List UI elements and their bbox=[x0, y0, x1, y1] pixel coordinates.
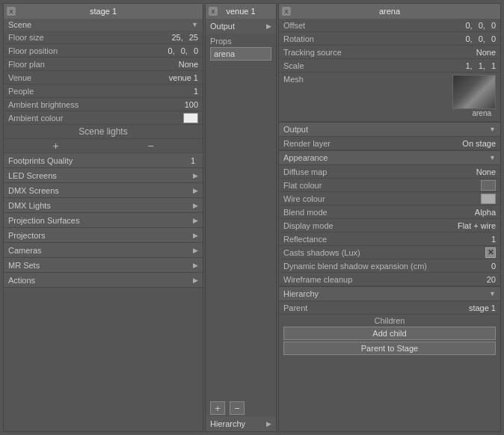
parent-label: Parent bbox=[283, 303, 469, 312]
offset-x: 0, bbox=[466, 21, 473, 30]
diffuse-map-value: None bbox=[476, 167, 496, 176]
mesh-thumbnail[interactable] bbox=[452, 75, 496, 109]
wireframe-cleanup-label: Wireframe cleanup bbox=[283, 275, 487, 284]
offset-values: 0, 0, 0 bbox=[466, 21, 497, 30]
left-panel-titlebar: x stage 1 bbox=[4, 4, 203, 19]
mid-hierarchy-row[interactable]: Hierarchy ▶ bbox=[206, 416, 276, 431]
mid-panel-titlebar: x venue 1 bbox=[206, 4, 276, 19]
scale-x: 1, bbox=[466, 61, 473, 70]
scale-label: Scale bbox=[283, 61, 466, 70]
scene-lights-plus[interactable]: + bbox=[52, 140, 58, 152]
mr-sets-arrow: ▶ bbox=[193, 262, 198, 269]
projectors-arrow: ▶ bbox=[193, 232, 198, 239]
parent-to-stage-button[interactable]: Parent to Stage bbox=[283, 342, 496, 355]
projection-surfaces-row[interactable]: Projection Surfaces ▶ bbox=[4, 213, 203, 228]
scene-lights-minus[interactable]: − bbox=[147, 140, 153, 152]
dmx-lights-row[interactable]: DMX Lights ▶ bbox=[4, 198, 203, 213]
left-panel-close[interactable]: x bbox=[7, 7, 16, 16]
dmx-lights-label: DMX Lights bbox=[8, 201, 193, 210]
rp-hierarchy-header[interactable]: Hierarchy ▼ bbox=[279, 286, 500, 301]
mid-panel-title: venue 1 bbox=[226, 7, 255, 16]
props-remove-button[interactable]: − bbox=[230, 401, 245, 415]
floor-plan-label: Floor plan bbox=[8, 60, 179, 69]
venue-row: Venue venue 1 bbox=[4, 71, 203, 84]
wire-colour-swatch[interactable] bbox=[481, 194, 496, 204]
wireframe-cleanup-value: 20 bbox=[487, 275, 496, 284]
display-mode-label: Display mode bbox=[283, 221, 458, 230]
left-panel: x stage 1 Scene ▼ Floor size 25, 25 Floo… bbox=[3, 3, 203, 432]
scene-lights-row: Scene lights bbox=[4, 125, 203, 139]
flat-colour-label: Flat colour bbox=[283, 181, 481, 190]
ambient-colour-swatch[interactable] bbox=[183, 113, 198, 123]
reflectance-label: Reflectance bbox=[283, 235, 491, 244]
right-panel-close[interactable]: x bbox=[282, 7, 291, 16]
rotation-label: Rotation bbox=[283, 34, 466, 43]
venue-value: venue 1 bbox=[169, 73, 198, 82]
dynamic-blend-label: Dynamic blend shadow expansion (cm) bbox=[283, 262, 491, 271]
ambient-brightness-row: Ambient brightness 100 bbox=[4, 98, 203, 111]
mid-output-row[interactable]: Output ▶ bbox=[206, 19, 276, 34]
mesh-name: arena bbox=[472, 109, 496, 119]
children-section: Children Add child Parent to Stage bbox=[279, 315, 500, 358]
scene-section-header[interactable]: Scene ▼ bbox=[4, 19, 203, 31]
offset-row: Offset 0, 0, 0 bbox=[279, 19, 500, 32]
floor-size-row: Floor size 25, 25 bbox=[4, 31, 203, 44]
flat-colour-swatch[interactable] bbox=[481, 180, 496, 191]
floor-position-label: Floor position bbox=[8, 46, 168, 55]
cameras-label: Cameras bbox=[8, 246, 193, 255]
people-row: People 1 bbox=[4, 84, 203, 98]
mid-panel-close[interactable]: x bbox=[209, 7, 218, 16]
tracking-source-row: Tracking source None bbox=[279, 46, 500, 59]
casts-shadows-checkbox[interactable]: ✕ bbox=[485, 247, 496, 258]
props-add-button[interactable]: + bbox=[210, 401, 225, 415]
rotation-x: 0, bbox=[466, 34, 473, 43]
left-panel-title: stage 1 bbox=[90, 7, 117, 16]
diffuse-map-row: Diffuse map None bbox=[279, 165, 500, 179]
tracking-source-label: Tracking source bbox=[283, 48, 476, 57]
venue-label: Venue bbox=[8, 73, 169, 82]
ambient-brightness-label: Ambient brightness bbox=[8, 100, 185, 109]
display-mode-row: Display mode Flat + wire bbox=[279, 219, 500, 232]
scale-y: 1, bbox=[479, 61, 485, 70]
offset-y: 0, bbox=[479, 21, 485, 30]
parent-value: stage 1 bbox=[469, 303, 496, 312]
scale-z: 1 bbox=[491, 61, 496, 70]
scene-arrow: ▼ bbox=[191, 21, 198, 28]
actions-label: Actions bbox=[8, 276, 193, 285]
dynamic-blend-row: Dynamic blend shadow expansion (cm) 0 bbox=[279, 259, 500, 273]
ambient-brightness-value: 100 bbox=[185, 100, 198, 109]
rotation-z: 0 bbox=[491, 34, 496, 43]
scale-row: Scale 1, 1, 1 bbox=[279, 59, 500, 72]
scene-label: Scene bbox=[8, 20, 31, 29]
floor-size-x: 25, bbox=[171, 33, 182, 42]
mid-output-label: Output bbox=[210, 22, 235, 31]
rotation-row: Rotation 0, 0, 0 bbox=[279, 32, 500, 46]
floor-pos-y: 0, bbox=[181, 46, 188, 55]
wire-colour-label: Wire colour bbox=[283, 194, 481, 203]
footprints-quality-row[interactable]: Footprints Quality 1 bbox=[4, 153, 203, 168]
scale-values: 1, 1, 1 bbox=[466, 61, 497, 70]
led-screens-row[interactable]: LED Screens ▶ bbox=[4, 168, 203, 183]
actions-arrow: ▶ bbox=[193, 277, 198, 284]
tracking-source-value: None bbox=[476, 48, 496, 57]
cameras-row[interactable]: Cameras ▶ bbox=[4, 243, 203, 258]
add-child-button[interactable]: Add child bbox=[283, 327, 496, 340]
floor-plan-row: Floor plan None bbox=[4, 58, 203, 71]
dmx-screens-label: DMX Screens bbox=[8, 186, 193, 195]
projectors-row[interactable]: Projectors ▶ bbox=[4, 228, 203, 243]
footprints-quality-value: 1 bbox=[191, 156, 195, 165]
rp-output-header[interactable]: Output ▼ bbox=[279, 122, 500, 137]
appearance-header[interactable]: Appearance ▼ bbox=[279, 150, 500, 165]
rp-output-label: Output bbox=[283, 125, 308, 134]
people-label: People bbox=[8, 87, 194, 96]
actions-row[interactable]: Actions ▶ bbox=[4, 273, 203, 288]
props-arena-item[interactable]: arena bbox=[210, 47, 271, 61]
display-mode-value: Flat + wire bbox=[458, 221, 496, 230]
dmx-screens-row[interactable]: DMX Screens ▶ bbox=[4, 183, 203, 198]
wireframe-cleanup-row: Wireframe cleanup 20 bbox=[279, 273, 500, 286]
right-panel-titlebar: x arena bbox=[279, 4, 500, 19]
mr-sets-label: MR Sets bbox=[8, 261, 193, 270]
appearance-label: Appearance bbox=[283, 153, 328, 162]
mr-sets-row[interactable]: MR Sets ▶ bbox=[4, 258, 203, 273]
cameras-arrow: ▶ bbox=[193, 247, 198, 254]
